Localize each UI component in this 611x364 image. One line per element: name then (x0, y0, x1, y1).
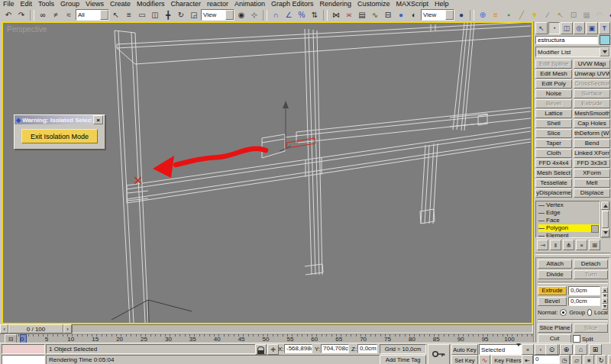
chevron-down-icon[interactable] (516, 346, 521, 353)
modifier-button[interactable]: Cap Holes (574, 119, 610, 128)
selection-lock-icon[interactable] (255, 344, 267, 355)
make-unique-icon[interactable]: ⋔ (563, 240, 574, 250)
set-key-curve-icon[interactable]: ∿ (479, 355, 490, 364)
modifier-button[interactable]: Extrude (574, 99, 610, 108)
viewport-label[interactable]: Perspective (7, 25, 47, 34)
modifier-button[interactable]: XForm (574, 169, 610, 178)
detach-button[interactable]: Detach (574, 259, 608, 269)
checker-pattern-icon[interactable]: ▦ (580, 9, 593, 21)
snap-toggle-3d-icon[interactable]: ∩ (270, 9, 282, 21)
menu-item[interactable]: MAXScript (393, 0, 432, 8)
modifier-button[interactable]: Edit Mesh (535, 69, 572, 79)
layer-manager-icon[interactable]: ▤ (356, 9, 368, 21)
menu-item[interactable]: Animation (231, 0, 268, 8)
x-coordinate-field[interactable]: -568,898cm (284, 344, 312, 353)
rect-selection-region-icon[interactable]: ▭ (136, 9, 148, 21)
angle-snap-icon[interactable]: ∠ (283, 9, 295, 21)
menu-item[interactable]: Views (82, 0, 107, 8)
stack-subobject-row[interactable]: Element (538, 232, 600, 238)
toolbar-separator[interactable] (323, 10, 328, 21)
select-object-icon[interactable]: ↖ (110, 9, 122, 21)
align-icon[interactable]: ≍ (343, 9, 355, 21)
select-and-move-icon[interactable]: ╋ (162, 9, 174, 21)
object-name-field[interactable] (535, 36, 598, 44)
time-slider-next-icon[interactable]: › (63, 324, 72, 333)
modifier-button[interactable]: Edit Poly (535, 79, 572, 89)
bevel-amount-field[interactable]: 0,0cm (568, 297, 600, 306)
menu-item[interactable]: Customize (354, 0, 393, 8)
modifier-button[interactable]: Tessellate (535, 179, 572, 188)
mirror-icon[interactable]: ⋈ (330, 9, 342, 21)
scrollbar-thumb[interactable] (602, 211, 609, 228)
reactor-rigidbody-icon[interactable]: ◆ (606, 9, 611, 21)
modifier-button[interactable]: Slice (535, 129, 572, 138)
modifier-button[interactable]: Edit Spline (535, 60, 572, 69)
toolbar-separator[interactable] (263, 10, 267, 21)
modifier-button[interactable]: Cloth (535, 149, 572, 158)
close-icon[interactable]: × (93, 115, 103, 124)
use-pivot-center-icon[interactable]: ◉ (235, 9, 247, 21)
stack-subobject-row[interactable]: Polygon (538, 224, 600, 232)
modifier-button[interactable]: UVW Map (574, 60, 610, 69)
menu-item[interactable]: reactor (204, 0, 231, 8)
z-coordinate-field[interactable]: 0,0cm (357, 344, 377, 353)
modifier-button[interactable]: Taper (535, 139, 572, 148)
toolbar-separator[interactable] (470, 10, 474, 21)
extrude-button[interactable]: Extrude (538, 286, 567, 295)
time-slider-prev-icon[interactable]: ‹ (0, 324, 8, 333)
modifier-button[interactable]: Lattice (535, 109, 572, 118)
unlink-selection-icon[interactable]: ≠ (50, 9, 62, 21)
select-and-manipulate-icon[interactable]: ⊹ (248, 9, 260, 21)
selection-set-dropdown[interactable]: Selected (479, 344, 522, 355)
reference-coordinate-dropdown[interactable]: View (201, 9, 234, 21)
show-end-result-icon[interactable]: ‖ (550, 240, 561, 250)
pick-tool-icon[interactable]: ↖ (554, 9, 567, 21)
menu-item[interactable]: Modifiers (134, 0, 168, 8)
menu-item[interactable]: Create (107, 0, 134, 8)
modifier-button[interactable]: CrossSection (574, 79, 610, 89)
maxscript-mini-listener-pink[interactable] (2, 344, 45, 354)
display-tab-icon[interactable]: ▣ (586, 22, 598, 34)
schematic-view-icon[interactable]: ⊟ (382, 9, 394, 21)
y-coordinate-field[interactable]: 704,708cm (321, 344, 349, 353)
menu-item[interactable]: Edit (18, 0, 36, 8)
maxscript-mini-listener-white[interactable] (2, 355, 45, 364)
modifier-button[interactable]: Mesh Select (535, 169, 572, 178)
menu-item[interactable]: Character (167, 0, 204, 8)
undo-icon[interactable]: ↶ (2, 9, 15, 21)
render-type-dropdown[interactable]: View (421, 9, 454, 21)
material-editor-icon[interactable]: ● (395, 9, 407, 21)
set-key-button[interactable]: Set Key (451, 355, 478, 364)
stack-subobject-row[interactable]: Vertex (538, 201, 600, 209)
modifier-button[interactable]: Shell (535, 119, 572, 128)
zoom-region-icon[interactable]: ▱ (571, 355, 582, 364)
filter-funnel-icon[interactable]: ▼ (529, 9, 541, 21)
auto-key-button[interactable]: Auto Key (451, 344, 478, 355)
extrude-spinner[interactable] (602, 287, 608, 295)
motion-tab-icon[interactable]: ◎ (574, 22, 586, 34)
extrude-amount-field[interactable]: 0,0cm (568, 286, 600, 295)
menu-item[interactable]: File (0, 0, 18, 8)
modifier-list-dropdown[interactable]: Modifier List (535, 47, 610, 57)
pin-stack-icon[interactable]: ⊸ (537, 240, 548, 250)
create-tab-icon[interactable]: ↖ (535, 22, 548, 34)
menu-item[interactable]: Rendering (317, 0, 355, 8)
normal-group-radio[interactable] (560, 309, 567, 316)
divide-button[interactable]: Divide (538, 270, 572, 279)
modifier-button[interactable]: Melt (574, 179, 610, 188)
select-pencil-icon[interactable]: ╱ (516, 9, 528, 21)
toolbar-separator[interactable] (30, 10, 34, 21)
object-color-swatch[interactable] (600, 35, 610, 45)
time-slider-track[interactable] (72, 324, 533, 333)
selection-filter-dropdown[interactable]: All (76, 9, 109, 21)
configure-modifier-sets-icon[interactable]: ⊞ (589, 240, 600, 250)
bevel-spinner[interactable] (602, 298, 608, 306)
modifier-button[interactable]: FFD 4x4x4 (535, 159, 572, 168)
grid-align-icon[interactable]: ≡ (490, 9, 502, 21)
time-slider-handle[interactable]: 0 / 100 (8, 324, 63, 333)
modifier-button[interactable]: FFD 3x3x3 (574, 159, 610, 168)
modifier-button[interactable]: Bevel (535, 99, 572, 108)
modifier-button[interactable]: MeshSmooth (574, 109, 610, 118)
utilities-tab-icon[interactable]: Ŧ (599, 22, 611, 34)
bind-to-spacewarp-icon[interactable]: ≈ (63, 9, 75, 21)
